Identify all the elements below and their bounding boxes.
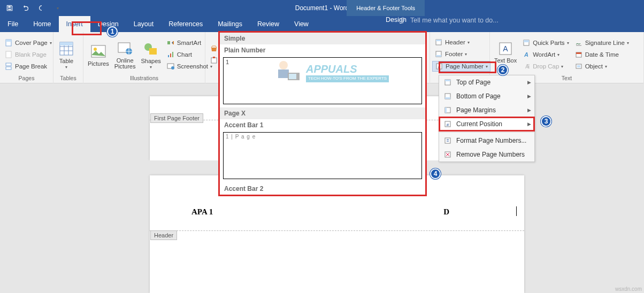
qat-dropdown-icon[interactable]: ▾ — [51, 2, 64, 14]
drop-cap-icon: A — [522, 62, 531, 71]
svg-point-20 — [171, 66, 174, 70]
object-button[interactable]: Object▾ — [572, 61, 631, 71]
svg-rect-42 — [577, 65, 580, 67]
menu-page-margins[interactable]: Page Margins▶ — [439, 103, 534, 117]
tab-insert[interactable]: Insert — [59, 16, 90, 32]
marker-2: 2 — [497, 65, 508, 75]
gallery-item-plain-label: Plain Number — [220, 44, 425, 56]
title-bar: ▾ Document1 - Word Header & Footer Tools — [0, 0, 644, 16]
menu-separator — [439, 132, 534, 133]
signature-icon — [574, 38, 583, 47]
screenshot-icon — [166, 62, 175, 71]
gallery-item-accent1-label: Accent Bar 1 — [220, 119, 425, 131]
menu-format-page-numbers[interactable]: Format Page Numbers... — [439, 134, 534, 148]
remove-numbers-icon — [443, 150, 452, 159]
svg-rect-3 — [6, 51, 11, 58]
shapes-icon — [142, 40, 159, 57]
wordart-icon: A — [522, 50, 531, 59]
table-icon — [58, 40, 75, 57]
svg-rect-4 — [6, 63, 11, 66]
group-tables: Table▾ Tables — [53, 32, 83, 83]
addins-icon — [210, 56, 218, 65]
group-pages: Cover Page▾ Blank Page Page Break Pages — [0, 32, 53, 83]
svg-rect-21 — [211, 58, 217, 63]
tab-file[interactable]: File — [0, 16, 26, 32]
table-button[interactable]: Table▾ — [56, 34, 77, 75]
tell-me[interactable]: Tell me what you want to do... — [398, 16, 499, 25]
blank-page-icon — [4, 50, 13, 59]
d-text: D — [443, 207, 449, 217]
tab-mailings[interactable]: Mailings — [210, 16, 250, 32]
chart-icon — [166, 50, 175, 59]
svg-rect-18 — [172, 52, 173, 57]
svg-rect-14 — [167, 41, 170, 44]
svg-rect-54 — [278, 70, 289, 78]
menu-remove-page-numbers[interactable]: Remove Page Numbers — [439, 148, 534, 161]
page-top-icon — [443, 78, 452, 87]
svg-rect-13 — [149, 48, 157, 55]
page-number-button[interactable]: #Page Number▾ — [432, 61, 490, 72]
menu-top-of-page[interactable]: Top of Page▶ — [439, 75, 534, 89]
header-button[interactable]: Header▾ — [432, 37, 490, 47]
signature-line-button[interactable]: Signature Line▾ — [572, 38, 631, 48]
save-icon[interactable] — [3, 2, 16, 14]
format-numbers-icon — [443, 136, 452, 145]
svg-rect-17 — [170, 53, 171, 57]
quick-parts-button[interactable]: Quick Parts▾ — [520, 38, 571, 48]
page-number-menu: Top of Page▶ Bottom of Page▶ Page Margin… — [439, 75, 535, 162]
page-margins-icon — [443, 106, 452, 114]
marker-4: 4 — [430, 168, 441, 179]
online-pictures-button[interactable]: Online Pictures — [112, 34, 138, 75]
menu-bottom-of-page[interactable]: Bottom of Page▶ — [439, 89, 534, 103]
svg-text:A: A — [503, 44, 508, 53]
gallery-section-pagex: Page X — [220, 107, 425, 119]
online-pictures-icon — [117, 40, 134, 57]
smartart-icon — [166, 38, 175, 47]
date-time-button[interactable]: Date & Time — [572, 50, 631, 59]
svg-text:#: # — [447, 122, 449, 127]
current-position-icon: # — [443, 120, 452, 128]
svg-point-9 — [94, 48, 97, 51]
wordart-button[interactable]: AWordArt▾ — [520, 50, 571, 59]
tab-review[interactable]: Review — [250, 16, 287, 32]
quick-access-toolbar: ▾ — [0, 2, 67, 14]
menu-current-position[interactable]: #Current Position▶ — [439, 117, 534, 131]
tab-references[interactable]: References — [161, 16, 210, 32]
page-break-icon — [4, 62, 13, 71]
pictures-button[interactable]: Pictures — [86, 34, 111, 75]
svg-rect-48 — [445, 107, 447, 113]
page-icon — [4, 38, 13, 47]
text-cursor — [516, 206, 517, 216]
header-tag: Header — [150, 230, 177, 240]
tab-view[interactable]: View — [287, 16, 316, 32]
svg-text:#: # — [438, 65, 441, 70]
page-number-gallery: Simple Plain Number 1 Page X Accent Bar … — [218, 31, 427, 196]
first-page-footer-tag: First Page Footer — [150, 113, 203, 123]
undo-icon[interactable] — [19, 2, 32, 14]
svg-rect-7 — [60, 42, 73, 45]
marker-3: 3 — [541, 116, 551, 127]
svg-rect-44 — [445, 80, 450, 81]
svg-point-53 — [279, 61, 288, 70]
svg-rect-22 — [213, 57, 215, 58]
tab-layout[interactable]: Layout — [126, 16, 162, 32]
drop-cap-button[interactable]: ADrop Cap▾ — [520, 61, 571, 71]
page-bottom-icon — [443, 92, 452, 101]
cartoon-icon — [273, 58, 303, 88]
gallery-item-accent2-label: Accent Bar 2 — [220, 182, 425, 195]
store-icon — [210, 44, 218, 53]
redo-icon[interactable] — [35, 2, 48, 14]
tab-home[interactable]: Home — [26, 16, 58, 32]
svg-rect-30 — [436, 55, 441, 57]
blank-page-button[interactable]: Blank Page — [2, 50, 54, 59]
pictures-icon — [90, 43, 107, 60]
text-box-icon: A — [497, 40, 514, 57]
header-icon — [434, 38, 443, 47]
page-break-button[interactable]: Page Break — [2, 61, 54, 71]
date-icon — [574, 50, 583, 59]
cover-page-button[interactable]: Cover Page▾ — [2, 38, 54, 48]
footer-button[interactable]: Footer▾ — [432, 49, 490, 59]
gallery-item-accent1[interactable]: 1 | P a g e — [223, 132, 422, 179]
group-illustrations: Pictures Online Pictures Shapes▾ SmartAr… — [83, 32, 205, 83]
shapes-button[interactable]: Shapes▾ — [139, 34, 163, 75]
